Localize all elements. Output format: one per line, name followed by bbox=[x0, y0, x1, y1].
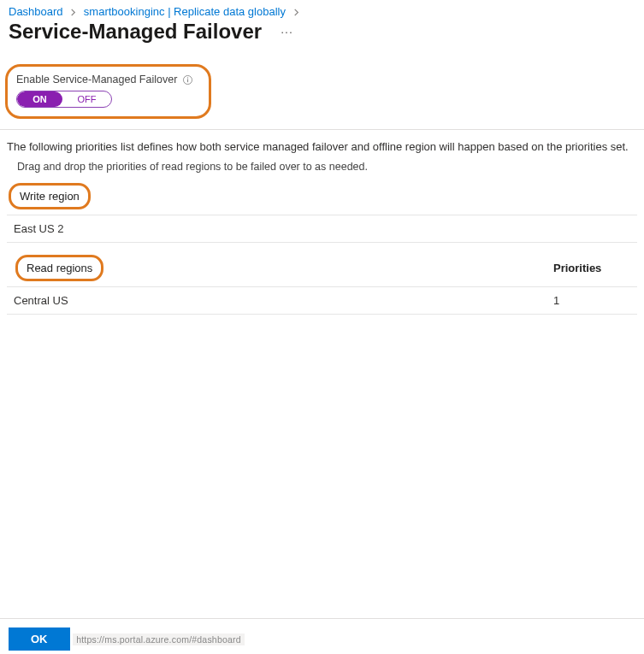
read-region-name: Central US bbox=[14, 294, 553, 307]
info-icon[interactable] bbox=[182, 74, 193, 85]
svg-rect-2 bbox=[187, 77, 188, 78]
toggle-on[interactable]: ON bbox=[17, 91, 62, 107]
enable-failover-label: Enable Service-Managed Failover bbox=[16, 74, 177, 85]
read-regions-header: Read regions bbox=[15, 255, 103, 281]
write-region-header: Write region bbox=[9, 183, 91, 209]
subdescription-text: Drag and drop the priorities of read reg… bbox=[0, 156, 644, 181]
enable-failover-highlight: Enable Service-Managed Failover ON OFF bbox=[5, 64, 211, 119]
read-region-priority: 1 bbox=[553, 294, 630, 307]
description-text: The following priorities list defines ho… bbox=[0, 138, 644, 156]
breadcrumb: Dashboard smartbookinginc | Replicate da… bbox=[0, 0, 644, 20]
footer: OK https://ms.portal.azure.com/#dashboar… bbox=[0, 618, 644, 654]
chevron-right-icon bbox=[292, 9, 300, 16]
table-row[interactable]: East US 2 bbox=[7, 215, 637, 243]
ok-button[interactable]: OK bbox=[9, 627, 70, 651]
more-button[interactable]: ··· bbox=[277, 21, 297, 42]
breadcrumb-item-replicate[interactable]: smartbookinginc | Replicate data globall… bbox=[84, 5, 286, 18]
enable-failover-toggle[interactable]: ON OFF bbox=[16, 91, 112, 108]
toggle-off[interactable]: OFF bbox=[62, 91, 111, 107]
chevron-right-icon bbox=[69, 9, 77, 16]
priorities-header: Priorities bbox=[553, 262, 630, 274]
breadcrumb-item-dashboard[interactable]: Dashboard bbox=[9, 5, 63, 18]
divider bbox=[0, 129, 644, 130]
write-region-name: East US 2 bbox=[14, 222, 64, 235]
table-row[interactable]: Central US 1 bbox=[7, 287, 637, 315]
status-bar-url: https://ms.portal.azure.com/#dashboard bbox=[73, 633, 245, 645]
page-title: Service-Managed Failover bbox=[9, 20, 262, 44]
svg-rect-1 bbox=[187, 79, 188, 82]
